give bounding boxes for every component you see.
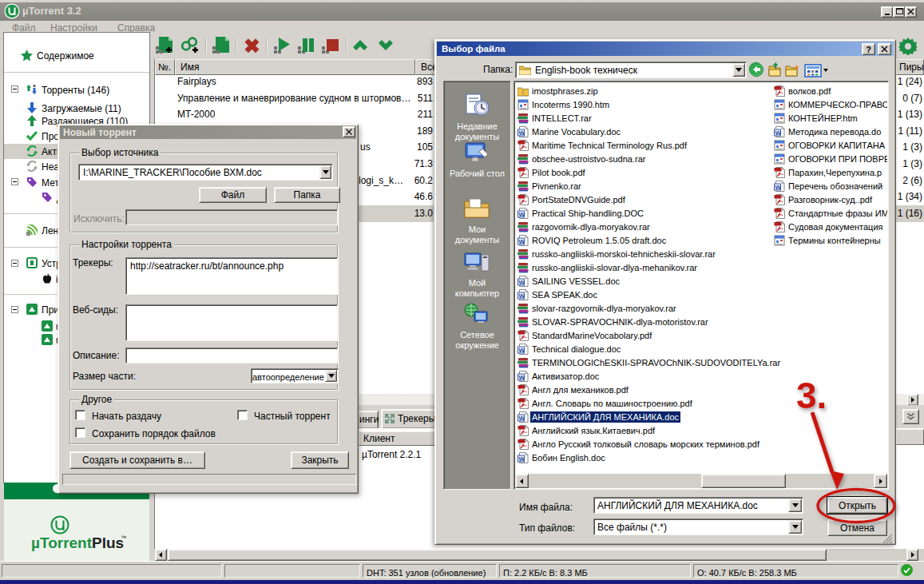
svg-text:™: ™ (121, 534, 126, 542)
svg-text:W: W (775, 129, 782, 137)
svg-text:W: W (519, 374, 525, 381)
svg-text:W: W (519, 292, 525, 300)
svg-text:µTorrent: µTorrent (31, 534, 93, 551)
svg-text:W: W (519, 129, 525, 137)
svg-text:3.: 3. (796, 375, 827, 416)
svg-text:W: W (519, 455, 525, 463)
svg-text:W: W (519, 238, 525, 245)
svg-text:W: W (519, 211, 525, 218)
svg-text:Plus: Plus (92, 534, 124, 551)
svg-text:W: W (519, 415, 525, 422)
svg-text:W: W (775, 184, 782, 191)
svg-text:W: W (519, 347, 525, 354)
svg-text:W: W (519, 279, 525, 286)
